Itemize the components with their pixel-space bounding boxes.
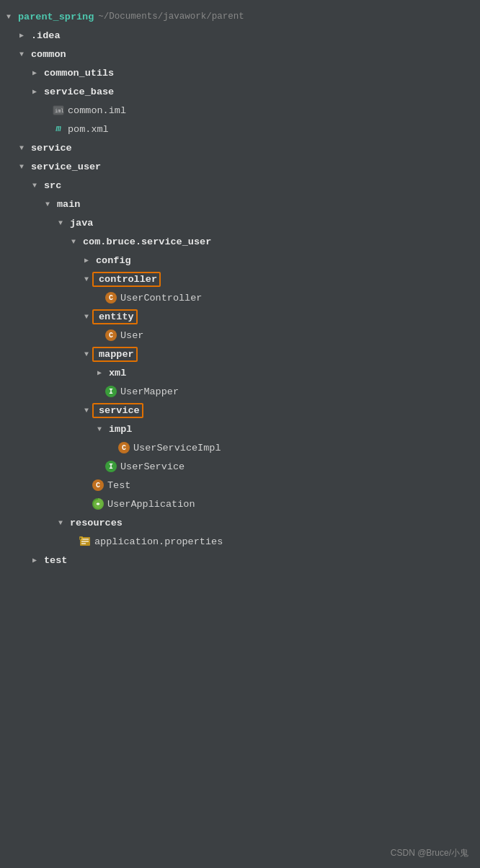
label-common-utils: common_utils [44,68,114,79]
arrow-empty-uc [94,292,105,304]
tree-item-user-service-impl[interactable]: C UserServiceImpl [0,438,480,457]
tree-item-service-pkg[interactable]: service [0,401,480,420]
watermark: CSDN @Bruce/小鬼 [391,847,468,859]
arrow-idea[interactable] [16,30,27,41]
label-controller: controller [99,274,157,285]
file-tree: parent_spring ~/Documents/javawork/paren… [0,0,480,577]
arrow-main[interactable] [42,198,53,210]
label-common-iml: common.iml [68,105,126,116]
tree-item-com-bruce[interactable]: com.bruce.service_user [0,232,480,251]
tree-item-service-user[interactable]: service_user [0,157,480,176]
arrow-impl[interactable] [94,423,105,435]
arrow-src[interactable] [29,180,40,191]
icon-interface-user-service: I [105,461,117,472]
label-user-service-impl: UserServiceImpl [133,443,221,453]
tree-item-app-props[interactable]: P application.properties [0,532,480,551]
tree-item-common-utils[interactable]: common_utils [0,63,480,82]
arrow-parent-spring[interactable] [3,11,14,22]
icon-spring-user-application [92,498,104,510]
tree-item-user-service[interactable]: I UserService [0,457,480,476]
arrow-com-bruce[interactable] [68,236,79,247]
arrow-java[interactable] [55,217,66,229]
tree-item-test-folder[interactable]: test [0,551,480,570]
icon-iml: iml [53,105,64,116]
label-path: ~/Documents/javawork/parent [98,12,244,22]
label-mapper: mapper [99,349,134,360]
tree-item-user-controller[interactable]: C UserController [0,288,480,307]
tree-item-user[interactable]: C User [0,326,480,345]
tree-item-xml[interactable]: xml [0,363,480,382]
label-common: common [31,49,66,60]
label-service-base: service_base [44,87,114,97]
tree-item-resources[interactable]: resources [0,513,480,532]
label-idea: .idea [31,30,61,41]
arrow-service-base[interactable] [29,86,40,97]
arrow-empty-ua [81,498,92,510]
label-service-root: service [31,143,72,154]
label-xml: xml [109,368,126,378]
tree-item-service-base[interactable]: service_base [0,82,480,101]
tree-item-common-iml[interactable]: iml common.iml [0,101,480,120]
entity-highlight-box: entity [92,309,138,324]
arrow-entity[interactable] [81,311,92,322]
label-test-folder: test [44,555,67,566]
svg-text:iml: iml [55,108,64,114]
label-user: User [120,330,143,341]
tree-item-idea[interactable]: .idea [0,26,480,45]
arrow-config[interactable] [81,254,92,266]
icon-class-user: C [105,329,117,341]
controller-highlight-box: controller [92,272,161,287]
tree-item-test-class[interactable]: C Test [0,476,480,495]
arrow-common[interactable] [16,48,27,60]
arrow-common-utils[interactable] [29,67,40,79]
arrow-empty-props [68,536,79,547]
arrow-test[interactable] [29,554,40,566]
arrow-empty-um [94,386,105,397]
label-config: config [96,255,131,266]
tree-item-parent-spring[interactable]: parent_spring ~/Documents/javawork/paren… [0,7,480,26]
label-impl: impl [109,424,132,435]
label-user-controller: UserController [120,293,202,304]
label-user-service: UserService [120,461,185,472]
arrow-xml[interactable] [94,367,105,378]
tree-item-entity[interactable]: entity [0,307,480,326]
arrow-mapper[interactable] [81,348,92,360]
arrow-empty-iml [41,105,53,116]
arrow-resources[interactable] [55,517,66,528]
tree-item-src[interactable]: src [0,176,480,195]
label-pom-xml: pom.xml [68,124,109,135]
tree-item-user-application[interactable]: UserApplication [0,495,480,513]
tree-item-mapper[interactable]: mapper [0,345,480,363]
tree-item-user-mapper[interactable]: I UserMapper [0,382,480,401]
tree-item-java[interactable]: java [0,213,480,232]
tree-item-main[interactable]: main [0,195,480,213]
arrow-service-root[interactable] [16,142,27,154]
tree-item-config[interactable]: config [0,251,480,270]
icon-class-user-service-impl: C [118,442,130,453]
tree-item-common[interactable]: common [0,45,480,63]
arrow-empty-test [81,479,92,491]
arrow-empty-us [94,461,105,472]
label-com-bruce: com.bruce.service_user [83,236,211,247]
label-resources: resources [70,518,123,528]
tree-item-impl[interactable]: impl [0,420,480,438]
icon-interface-user-mapper: I [105,386,117,397]
arrow-service-pkg[interactable] [81,404,92,416]
tree-item-controller[interactable]: controller [0,270,480,288]
label-user-mapper: UserMapper [120,386,179,397]
arrow-empty-user [94,329,105,341]
arrow-empty-usi [107,442,118,453]
label-test: Test [107,480,130,491]
label-app-props: application.properties [94,536,223,547]
mapper-highlight-box: mapper [92,347,138,362]
icon-class-user-controller: C [105,292,117,304]
arrow-service-user[interactable] [16,161,27,172]
label-parent-spring: parent_spring [18,12,94,22]
tree-item-service-root[interactable]: service [0,138,480,157]
icon-class-test: C [92,479,104,491]
label-main: main [57,199,80,210]
arrow-controller[interactable] [81,273,92,285]
arrow-empty-pom [41,123,53,135]
label-entity: entity [99,311,134,322]
tree-item-pom-xml[interactable]: m pom.xml [0,120,480,138]
